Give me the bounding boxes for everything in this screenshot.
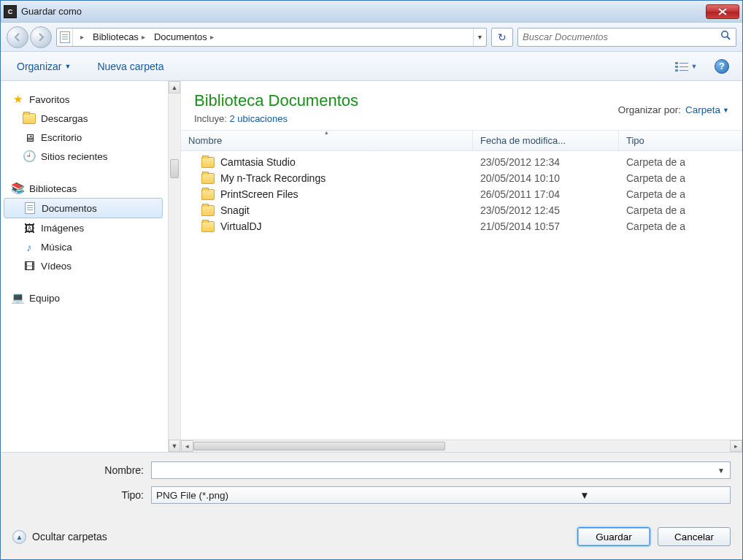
close-icon [718, 8, 727, 15]
new-folder-button[interactable]: Nueva carpeta [94, 56, 166, 77]
horizontal-scrollbar[interactable]: ◂ ▸ [181, 440, 742, 452]
chevron-right-icon: ▸ [80, 33, 84, 41]
breadcrumb-sep-root[interactable]: ▸ [73, 28, 88, 46]
nav-buttons [7, 26, 52, 48]
breadcrumb-item-documentos[interactable]: Documentos▸ [150, 28, 218, 46]
main-pane: Biblioteca Documentos Incluye: 2 ubicaci… [181, 81, 742, 452]
chevron-up-icon: ▲ [12, 530, 26, 544]
chevron-right-icon: ▸ [210, 33, 214, 41]
folder-icon [201, 173, 215, 184]
sidebar-label: Sitios recientes [41, 151, 108, 162]
hide-folders-button[interactable]: ▲ Ocultar carpetas [12, 530, 107, 544]
filename-dropdown[interactable]: ▼ [715, 467, 727, 475]
organize-by-dropdown[interactable]: Carpeta▼ [685, 104, 729, 115]
caret-down-icon: ▼ [691, 63, 698, 70]
file-row[interactable]: My n-Track Recordings20/05/2014 10:10Car… [181, 170, 742, 186]
column-header-name[interactable]: ▴Nombre [181, 131, 473, 150]
location-icon[interactable] [57, 28, 73, 46]
file-name-cell: PrintScreen Files [181, 188, 473, 200]
filename-input[interactable] [155, 465, 715, 476]
breadcrumb-bar[interactable]: ▸ Bibliotecas▸ Documentos▸ ▾ [56, 28, 487, 47]
file-row[interactable]: Camtasia Studio23/05/2012 12:34Carpeta d… [181, 154, 742, 170]
file-name-cell: My n-Track Recordings [181, 172, 473, 184]
toolbar: Organizar▼ Nueva carpeta ▼ ? [1, 52, 742, 81]
svg-rect-3 [680, 63, 688, 64]
sidebar-item-descargas[interactable]: Descargas [1, 109, 166, 128]
filetype-dropdown[interactable]: PNG File (*.png) ▼ [151, 486, 731, 504]
column-header-date[interactable]: Fecha de modifica... [473, 131, 619, 150]
file-date-cell: 21/05/2014 10:57 [473, 220, 619, 232]
close-button[interactable] [706, 4, 739, 19]
sidebar-item-musica[interactable]: ♪Música [1, 237, 166, 256]
scroll-right-button[interactable]: ▸ [730, 440, 742, 452]
file-row[interactable]: VirtualDJ21/05/2014 10:57Carpeta de a [181, 218, 742, 234]
file-name-cell: Camtasia Studio [181, 156, 473, 168]
sidebar-label: Vídeos [41, 261, 72, 272]
scroll-track[interactable] [169, 93, 180, 440]
sidebar-scrollbar[interactable]: ▲ ▼ [168, 81, 180, 452]
column-header-type[interactable]: Tipo [619, 131, 742, 150]
sidebar-item-equipo[interactable]: 💻Equipo [1, 288, 166, 307]
file-date-cell: 20/05/2014 10:10 [473, 172, 619, 184]
sidebar-item-videos[interactable]: 🎞Vídeos [1, 256, 166, 275]
videos-icon: 🎞 [23, 259, 36, 272]
sidebar-label: Música [41, 242, 72, 253]
filename-row: Nombre: ▼ [12, 461, 731, 479]
organize-button[interactable]: Organizar▼ [14, 56, 74, 77]
file-type-cell: Carpeta de a [619, 220, 742, 232]
file-date-cell: 26/05/2011 17:04 [473, 188, 619, 200]
footer: ▲ Ocultar carpetas Guardar Cancelar [1, 515, 742, 559]
sort-indicator-icon: ▴ [325, 131, 328, 136]
refresh-icon: ↻ [498, 31, 507, 43]
file-date-cell: 23/05/2012 12:45 [473, 204, 619, 216]
recent-icon: 🕘 [23, 150, 36, 163]
window-title: Guardar como [21, 6, 706, 17]
sidebar-item-imagenes[interactable]: 🖼Imágenes [1, 218, 166, 237]
file-row[interactable]: Snagit23/05/2012 12:45Carpeta de a [181, 202, 742, 218]
sidebar-item-escritorio[interactable]: 🖥Escritorio [1, 128, 166, 147]
sidebar-item-bibliotecas[interactable]: 📚Bibliotecas [1, 179, 166, 198]
back-button[interactable] [7, 26, 28, 48]
breadcrumb-dropdown[interactable]: ▾ [473, 28, 486, 46]
document-icon [60, 31, 70, 43]
hscroll-track[interactable] [193, 440, 730, 452]
file-list[interactable]: Camtasia Studio23/05/2012 12:34Carpeta d… [181, 151, 742, 440]
includes-link[interactable]: 2 ubicaciones [229, 113, 288, 124]
scroll-thumb[interactable] [170, 159, 179, 178]
svg-rect-5 [680, 66, 688, 67]
save-button[interactable]: Guardar [577, 527, 650, 546]
hscroll-thumb[interactable] [193, 442, 445, 450]
sidebar-item-sitios-recientes[interactable]: 🕘Sitios recientes [1, 147, 166, 166]
sidebar-label: Descargas [41, 113, 88, 124]
folder-icon [201, 221, 215, 232]
cancel-button[interactable]: Cancelar [658, 527, 731, 546]
forward-button[interactable] [30, 26, 52, 48]
file-name: PrintScreen Files [220, 188, 299, 200]
sidebar-label: Favoritos [29, 94, 70, 105]
search-box[interactable] [517, 28, 736, 47]
scroll-up-button[interactable]: ▲ [169, 81, 180, 93]
library-header: Biblioteca Documentos Incluye: 2 ubicaci… [181, 81, 742, 130]
sidebar-item-documentos[interactable]: Documentos [4, 198, 163, 218]
app-icon: C [4, 5, 17, 18]
sidebar-item-favoritos[interactable]: ★Favoritos [1, 90, 166, 109]
breadcrumb-item-bibliotecas[interactable]: Bibliotecas▸ [88, 28, 150, 46]
folder-icon [201, 189, 215, 200]
desktop-icon: 🖥 [23, 131, 36, 144]
scroll-left-button[interactable]: ◂ [181, 440, 193, 452]
organize-by: Organizar por: Carpeta▼ [618, 91, 729, 115]
search-input[interactable] [523, 31, 720, 42]
filename-field-wrap: ▼ [151, 461, 731, 479]
music-icon: ♪ [23, 240, 36, 253]
refresh-button[interactable]: ↻ [491, 28, 513, 47]
list-view-icon [675, 61, 690, 72]
breadcrumb-label: Documentos [154, 31, 207, 42]
view-mode-button[interactable]: ▼ [671, 58, 701, 74]
search-icon[interactable] [720, 30, 731, 44]
file-row[interactable]: PrintScreen Files26/05/2011 17:04Carpeta… [181, 186, 742, 202]
filetype-row: Tipo: PNG File (*.png) ▼ [12, 486, 731, 504]
help-button[interactable]: ? [715, 59, 729, 74]
chevron-down-icon: ▼ [441, 490, 727, 501]
scroll-down-button[interactable]: ▼ [169, 440, 180, 452]
svg-rect-6 [675, 69, 678, 72]
